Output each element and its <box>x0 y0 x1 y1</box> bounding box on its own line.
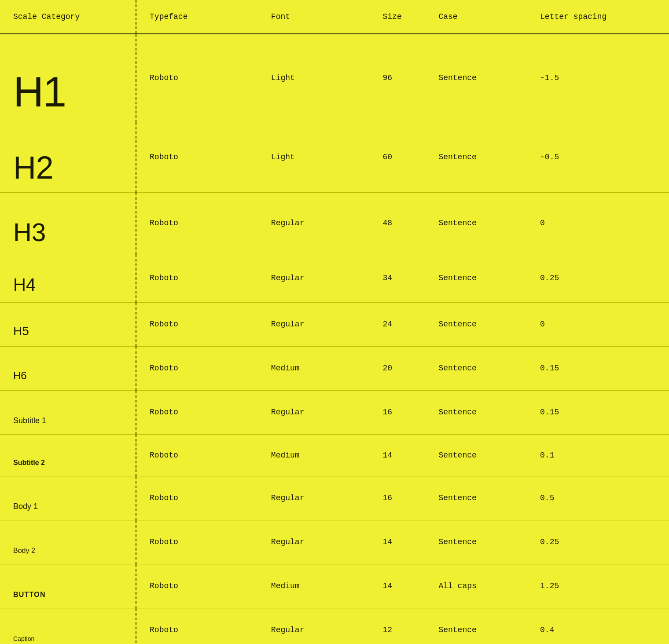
typeface-cell-h3: Roboto <box>136 192 258 254</box>
case-cell-caption: Sentence <box>425 608 527 644</box>
scale-label-h2: H2 <box>13 150 53 185</box>
size-cell-body1: 16 <box>370 476 426 520</box>
font-cell-h4: Regular <box>258 254 370 302</box>
scale-cell-button: BUTTON <box>0 564 136 608</box>
letter-spacing-cell-h6: 0.15 <box>527 346 669 390</box>
font-cell-button: Medium <box>258 564 370 608</box>
size-cell-caption: 12 <box>370 608 426 644</box>
col-header-font: Font <box>258 0 370 34</box>
scale-label-subtitle1: Subtitle 1 <box>13 416 46 425</box>
scale-label-h5: H5 <box>13 324 29 338</box>
font-cell-h1: Light <box>258 34 370 122</box>
font-cell-subtitle2: Medium <box>258 434 370 476</box>
letter-spacing-cell-body1: 0.5 <box>527 476 669 520</box>
table-row: H3RobotoRegular48Sentence0 <box>0 192 669 254</box>
scale-label-h1: H1 <box>13 68 66 115</box>
size-cell-body2: 14 <box>370 520 426 564</box>
letter-spacing-cell-h5: 0 <box>527 302 669 346</box>
letter-spacing-cell-h1: -1.5 <box>527 34 669 122</box>
table-row: BUTTONRobotoMedium14All caps1.25 <box>0 564 669 608</box>
table-row: Body 2RobotoRegular14Sentence0.25 <box>0 520 669 564</box>
size-cell-subtitle2: 14 <box>370 434 426 476</box>
size-cell-h1: 96 <box>370 34 426 122</box>
case-cell-subtitle1: Sentence <box>425 390 527 434</box>
scale-cell-body2: Body 2 <box>0 520 136 564</box>
typeface-cell-body2: Roboto <box>136 520 258 564</box>
scale-cell-h6: H6 <box>0 346 136 390</box>
table-row: H1RobotoLight96Sentence-1.5 <box>0 34 669 122</box>
case-cell-subtitle2: Sentence <box>425 434 527 476</box>
typeface-cell-h4: Roboto <box>136 254 258 302</box>
font-cell-h5: Regular <box>258 302 370 346</box>
font-cell-h3: Regular <box>258 192 370 254</box>
typeface-cell-caption: Roboto <box>136 608 258 644</box>
table-row: H4RobotoRegular34Sentence0.25 <box>0 254 669 302</box>
font-cell-h6: Medium <box>258 346 370 390</box>
table-row: H5RobotoRegular24Sentence0 <box>0 302 669 346</box>
case-cell-h1: Sentence <box>425 34 527 122</box>
letter-spacing-cell-caption: 0.4 <box>527 608 669 644</box>
letter-spacing-cell-h2: -0.5 <box>527 122 669 192</box>
size-cell-h5: 24 <box>370 302 426 346</box>
scale-label-body1: Body 1 <box>13 502 38 511</box>
letter-spacing-cell-h4: 0.25 <box>527 254 669 302</box>
font-cell-caption: Regular <box>258 608 370 644</box>
scale-cell-subtitle1: Subtitle 1 <box>0 390 136 434</box>
scale-label-caption: Caption <box>13 635 34 642</box>
typeface-cell-h2: Roboto <box>136 122 258 192</box>
typeface-cell-h1: Roboto <box>136 34 258 122</box>
typeface-cell-subtitle2: Roboto <box>136 434 258 476</box>
scale-cell-h3: H3 <box>0 192 136 254</box>
col-header-letter-spacing: Letter spacing <box>527 0 669 34</box>
letter-spacing-cell-button: 1.25 <box>527 564 669 608</box>
font-cell-h2: Light <box>258 122 370 192</box>
case-cell-body2: Sentence <box>425 520 527 564</box>
letter-spacing-cell-body2: 0.25 <box>527 520 669 564</box>
size-cell-subtitle1: 16 <box>370 390 426 434</box>
typeface-cell-body1: Roboto <box>136 476 258 520</box>
case-cell-button: All caps <box>425 564 527 608</box>
typeface-cell-h6: Roboto <box>136 346 258 390</box>
scale-label-h6: H6 <box>13 370 27 381</box>
case-cell-h6: Sentence <box>425 346 527 390</box>
size-cell-h2: 60 <box>370 122 426 192</box>
scale-label-subtitle2: Subtitle 2 <box>13 459 45 466</box>
font-cell-subtitle1: Regular <box>258 390 370 434</box>
size-cell-button: 14 <box>370 564 426 608</box>
scale-label-button: BUTTON <box>13 591 46 598</box>
size-cell-h3: 48 <box>370 192 426 254</box>
font-cell-body1: Regular <box>258 476 370 520</box>
scale-cell-h5: H5 <box>0 302 136 346</box>
table-row: Subtitle 1RobotoRegular16Sentence0.15 <box>0 390 669 434</box>
letter-spacing-cell-subtitle2: 0.1 <box>527 434 669 476</box>
scale-cell-h2: H2 <box>0 122 136 192</box>
table-header-row: Scale Category Typeface Font Size Case L… <box>0 0 669 34</box>
case-cell-h3: Sentence <box>425 192 527 254</box>
case-cell-h2: Sentence <box>425 122 527 192</box>
size-cell-h4: 34 <box>370 254 426 302</box>
case-cell-body1: Sentence <box>425 476 527 520</box>
col-header-size: Size <box>370 0 426 34</box>
letter-spacing-cell-subtitle1: 0.15 <box>527 390 669 434</box>
table-row: H2RobotoLight60Sentence-0.5 <box>0 122 669 192</box>
scale-label-h4: H4 <box>13 275 36 294</box>
scale-cell-h1: H1 <box>0 34 136 122</box>
scale-cell-subtitle2: Subtitle 2 <box>0 434 136 476</box>
typeface-cell-h5: Roboto <box>136 302 258 346</box>
font-cell-body2: Regular <box>258 520 370 564</box>
table-row: Subtitle 2RobotoMedium14Sentence0.1 <box>0 434 669 476</box>
typography-table: Scale Category Typeface Font Size Case L… <box>0 0 669 644</box>
scale-cell-body1: Body 1 <box>0 476 136 520</box>
scale-cell-caption: Caption <box>0 608 136 644</box>
size-cell-h6: 20 <box>370 346 426 390</box>
scale-label-h3: H3 <box>13 218 46 246</box>
table-row: H6RobotoMedium20Sentence0.15 <box>0 346 669 390</box>
scale-cell-h4: H4 <box>0 254 136 302</box>
col-header-case: Case <box>425 0 527 34</box>
typeface-cell-button: Roboto <box>136 564 258 608</box>
letter-spacing-cell-h3: 0 <box>527 192 669 254</box>
case-cell-h4: Sentence <box>425 254 527 302</box>
typeface-cell-subtitle1: Roboto <box>136 390 258 434</box>
scale-label-body2: Body 2 <box>13 547 35 554</box>
col-header-typeface: Typeface <box>136 0 258 34</box>
